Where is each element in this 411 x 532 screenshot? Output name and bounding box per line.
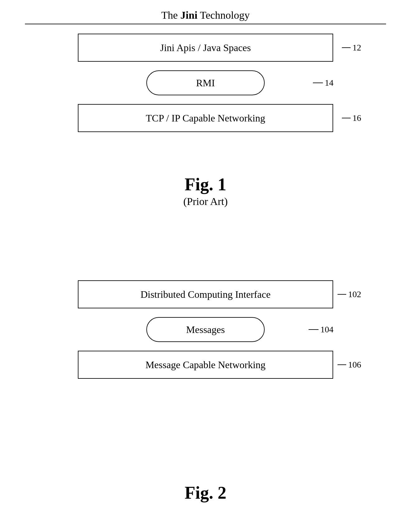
fig1-box-tcpip: TCP / IP Capable Networking xyxy=(78,104,333,132)
fig2-caption: Fig. 2 xyxy=(0,483,411,504)
fig1-tag14-line xyxy=(313,83,323,83)
fig1-caption: Fig. 1 (Prior Art) xyxy=(0,174,411,207)
fig1-box-rmi: RMI xyxy=(146,70,265,95)
figure-2: Distributed Computing Interface 102 Mess… xyxy=(25,280,386,379)
fig1-tag-16: 16 xyxy=(342,113,361,123)
fig1-title-bold: Jini xyxy=(180,9,197,21)
figure-1: The Jini Technology Jini Apis / Java Spa… xyxy=(25,9,386,132)
fig2-diagram: Distributed Computing Interface 102 Mess… xyxy=(25,280,386,379)
fig2-box2-label: Messages xyxy=(186,324,225,335)
fig2-tag-104: 104 xyxy=(320,325,333,335)
fig2-box-messages: Messages xyxy=(146,317,265,342)
fig1-number: Fig. 1 xyxy=(0,174,411,194)
fig1-box-jini-apis: Jini Apis / Java Spaces xyxy=(78,34,333,62)
fig2-box-dci: Distributed Computing Interface xyxy=(78,280,333,308)
fig2-box1-label: Distributed Computing Interface xyxy=(140,289,271,300)
fig1-tag-14: 14 xyxy=(325,78,333,88)
fig1-box2-label: RMI xyxy=(196,77,215,89)
fig2-tag104-line xyxy=(309,329,319,330)
fig1-tag-12: 12 xyxy=(342,43,361,53)
page: The Jini Technology Jini Apis / Java Spa… xyxy=(0,0,411,532)
fig1-subtitle: (Prior Art) xyxy=(0,196,411,207)
fig2-box-mcn: Message Capable Networking xyxy=(78,351,333,379)
fig1-box1-label: Jini Apis / Java Spaces xyxy=(160,42,251,54)
fig2-tag-102: 102 xyxy=(338,289,361,299)
fig2-box3-label: Message Capable Networking xyxy=(145,359,266,371)
fig1-box3-label: TCP / IP Capable Networking xyxy=(146,112,265,124)
fig2-number: Fig. 2 xyxy=(0,483,411,503)
fig1-diagram: Jini Apis / Java Spaces 12 RMI 14 xyxy=(25,34,386,132)
fig1-title: The Jini Technology xyxy=(25,9,386,21)
fig1-divider xyxy=(25,24,386,24)
fig2-tag-106: 106 xyxy=(338,360,361,370)
